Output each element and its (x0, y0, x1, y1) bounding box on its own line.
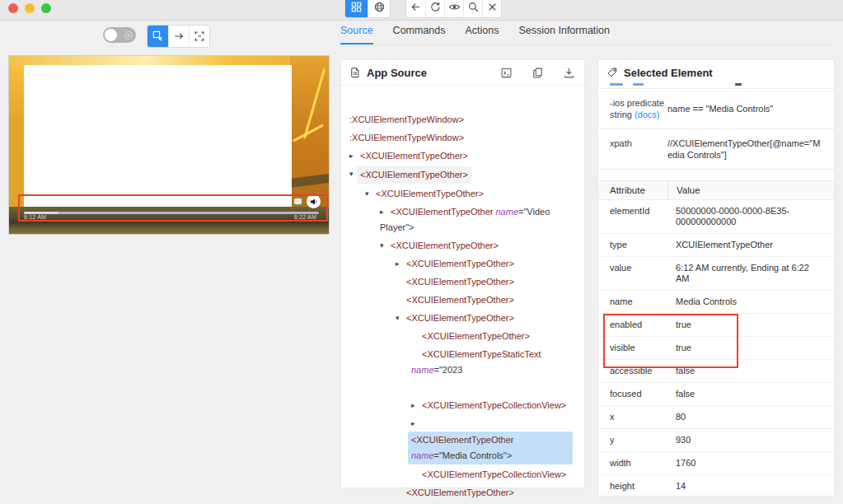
refresh-icon (429, 1, 442, 13)
expander-icon[interactable] (396, 256, 406, 272)
tag-attr-value: ="Media Controls"> (434, 450, 513, 460)
video-overlay-white (24, 65, 292, 207)
node-tag: <XCUIElementTypeOther name="Video Player… (380, 207, 550, 232)
selected-element-highlight-rect (18, 194, 328, 222)
copy-icon (532, 67, 544, 79)
source-tree-node[interactable]: <XCUIElementTypeOther> (349, 329, 573, 344)
tab[interactable]: Commands (393, 25, 446, 44)
source-tree-node[interactable]: <XCUIElementTypeOther> (349, 485, 573, 501)
expander-icon[interactable] (380, 238, 391, 254)
expander-icon[interactable] (365, 186, 376, 202)
source-tree-node[interactable]: <XCUIElementTypeOther> (349, 238, 573, 254)
source-tree-node[interactable]: <XCUIElementTypeOther> (349, 274, 573, 290)
terminal-icon (500, 67, 513, 79)
toggle-knob (105, 29, 117, 41)
attribute-name: elementId (598, 200, 667, 233)
tab[interactable]: Source (340, 25, 373, 44)
tag-text: <XCUIElementTypeCollectionView> (422, 469, 566, 479)
attribute-value: 1760 (667, 452, 834, 474)
swipe-mode-button[interactable] (168, 26, 189, 47)
attribute-row: width 1760 (598, 452, 834, 475)
expander-icon[interactable] (411, 398, 422, 413)
search-button[interactable] (463, 0, 482, 17)
tap-coordinates-mode-button[interactable] (189, 26, 209, 47)
attribute-name: focused (598, 383, 667, 405)
select-elements-mode-button[interactable] (148, 26, 168, 47)
source-tree-node[interactable]: <XCUIElementTypeOther> (349, 148, 573, 164)
view-mode-group (344, 0, 391, 18)
attribute-value: Media Controls (667, 291, 834, 313)
close-icon (486, 1, 499, 13)
traffic-lights (8, 3, 51, 13)
attribute-value: false (667, 383, 834, 405)
copy-source-button[interactable] (530, 65, 545, 80)
attribute-name: value (598, 257, 667, 290)
node-tag: <XCUIElementTypeOther> (376, 189, 484, 198)
attribute-name: visible (598, 337, 667, 359)
source-tree-node[interactable]: <XCUIElementTypeOther> (349, 292, 573, 308)
download-source-button[interactable] (561, 65, 576, 80)
source-tree-node[interactable]: <XCUIElementTypeOther> (349, 310, 573, 326)
attribute-value: 14 (667, 475, 834, 497)
device-screenshot[interactable]: 6:12 AM 6:22 AM (8, 55, 330, 235)
node-tag: <XCUIElementTypeOther> (391, 240, 499, 250)
tag-attr-name: name (411, 450, 434, 460)
app-source-header: App Source (341, 60, 584, 86)
tag-text: <XCUIElementTypeOther> (406, 313, 514, 323)
tabs-divider (338, 44, 835, 45)
source-tree-node[interactable]: :XCUIElementTypeWindow> (349, 130, 573, 146)
main-tabs: Source Commands Actions Session Informat… (340, 25, 610, 44)
maximize-window-button[interactable] (41, 3, 51, 13)
highlight-elements-button[interactable] (444, 0, 463, 17)
tag-text: <XCUIElementTypeOther> (391, 240, 499, 250)
find-by-selector: name == "Media Controls" (667, 103, 834, 114)
expander-icon[interactable] (349, 148, 360, 164)
tag-text: <XCUIElementTypeCollectionView> (422, 400, 566, 410)
attributes-rows: elementId 50000000-0000-0000-8E35-000000… (598, 200, 834, 497)
native-view-button[interactable] (345, 0, 368, 17)
expander-icon[interactable] (380, 204, 391, 220)
attribute-value: true (667, 314, 834, 336)
source-tree-node[interactable]: <XCUIElementTypeStaticText name="2023 (349, 347, 573, 378)
source-tree-node[interactable]: <XCUIElementTypeCollectionView> (349, 467, 573, 483)
tag-text: <XCUIElementTypeOther> (406, 488, 514, 497)
expander-icon[interactable] (411, 416, 422, 432)
source-tree-node[interactable]: <XCUIElementTypeOther name="Video Player… (349, 204, 573, 236)
find-by-row: xpath //XCUIElementTypeOther[@name="Medi… (598, 129, 834, 170)
texture-wedge (290, 174, 329, 188)
screenshot-interaction-toggle[interactable] (103, 27, 136, 43)
toggle-source-attributes-button[interactable] (499, 65, 513, 80)
source-tree-node[interactable]: <XCUIElementTypeOther name="Media Contro… (349, 416, 573, 464)
value-column-header: Value (667, 181, 834, 199)
globe-icon (373, 1, 386, 13)
docs-link[interactable]: (docs) (635, 110, 660, 119)
tag-text: <XCUIElementTypeOther> (376, 189, 484, 198)
attribute-row: value 6:12 AM currently, Ending at 6:22 … (598, 257, 834, 291)
expander-icon[interactable] (396, 310, 406, 326)
source-tree: :XCUIElementTypeWindow> :XCUIElementType… (341, 86, 584, 504)
back-arrow-icon (410, 1, 422, 13)
strategy-label: xpath (610, 138, 632, 148)
attribute-row: type XCUIElementTypeOther (598, 234, 834, 257)
tab[interactable]: Session Information (519, 25, 610, 44)
minimize-window-button[interactable] (25, 3, 35, 13)
close-window-button[interactable] (8, 3, 18, 13)
source-tree-node[interactable]: <XCUIElementTypeCollectionView> (349, 398, 573, 413)
node-tag: <XCUIElementTypeOther> (406, 295, 514, 305)
close-circle-icon (124, 30, 133, 40)
attribute-value: 50000000-0000-0000-8E35-000000000000 (667, 200, 834, 233)
quit-session-button[interactable] (482, 0, 501, 17)
tab[interactable]: Actions (466, 25, 499, 44)
attribute-name: accessible (598, 360, 667, 382)
file-text-icon (349, 67, 361, 78)
source-tree-node[interactable]: :XCUIElementTypeWindow> (349, 112, 573, 128)
tag-text: <XCUIElementTypeOther> (360, 170, 468, 180)
refresh-button[interactable] (425, 0, 444, 17)
back-button[interactable] (406, 0, 425, 17)
node-tag: <XCUIElementTypeOther> (357, 166, 471, 184)
source-tree-node[interactable]: <XCUIElementTypeOther> (349, 256, 573, 272)
attribute-value: false (667, 360, 834, 382)
source-tree-node[interactable]: <XCUIElementTypeOther> (349, 186, 573, 202)
web-view-button[interactable] (368, 0, 390, 17)
source-tree-node[interactable]: <XCUIElementTypeOther> (349, 166, 573, 184)
